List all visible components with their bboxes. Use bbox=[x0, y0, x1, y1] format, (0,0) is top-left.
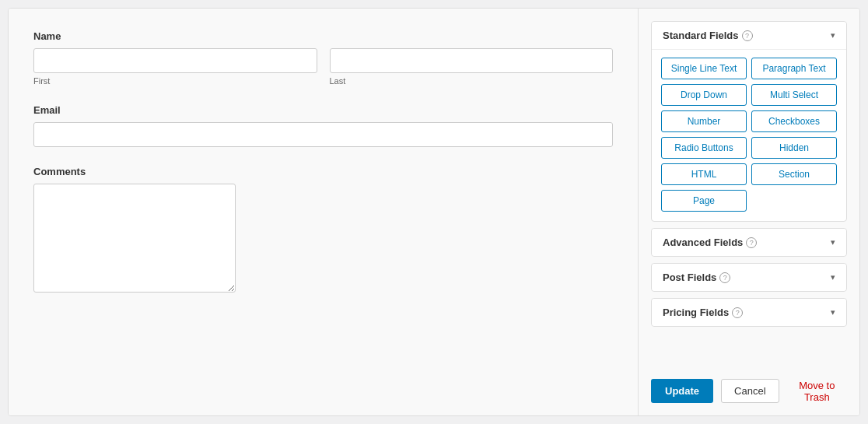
name-field-group: Name First Last bbox=[33, 30, 613, 86]
cancel-button[interactable]: Cancel bbox=[721, 379, 779, 403]
form-panel: Name First Last Email Comments bbox=[9, 9, 638, 415]
post-fields-header[interactable]: Post Fields ? ▾ bbox=[652, 264, 846, 291]
btn-radio-buttons[interactable]: Radio Buttons bbox=[661, 137, 747, 159]
post-fields-header-left: Post Fields ? bbox=[663, 272, 730, 283]
pricing-fields-section: Pricing Fields ? ▾ bbox=[651, 298, 847, 327]
main-container: Name First Last Email Comments bbox=[8, 8, 860, 416]
advanced-fields-chevron: ▾ bbox=[831, 237, 835, 247]
last-name-sublabel: Last bbox=[330, 76, 614, 86]
standard-fields-header[interactable]: Standard Fields ? ▾ bbox=[652, 22, 846, 49]
email-label: Email bbox=[33, 104, 613, 116]
name-label: Name bbox=[33, 30, 613, 42]
standard-fields-section: Standard Fields ? ▾ Single Line Text Par… bbox=[651, 21, 847, 222]
pricing-fields-chevron: ▾ bbox=[831, 307, 835, 317]
btn-hidden[interactable]: Hidden bbox=[751, 137, 837, 159]
first-name-input[interactable] bbox=[33, 48, 317, 73]
post-fields-chevron: ▾ bbox=[831, 272, 835, 282]
email-field-group: Email bbox=[33, 104, 613, 147]
email-input[interactable] bbox=[33, 122, 613, 147]
btn-paragraph-text[interactable]: Paragraph Text bbox=[751, 58, 837, 79]
post-fields-title: Post Fields bbox=[663, 272, 716, 283]
post-fields-help-icon[interactable]: ? bbox=[719, 272, 730, 283]
first-name-field: First bbox=[33, 48, 317, 86]
post-fields-section: Post Fields ? ▾ bbox=[651, 263, 847, 292]
comments-label: Comments bbox=[33, 166, 613, 177]
pricing-fields-header-left: Pricing Fields ? bbox=[663, 307, 743, 318]
advanced-fields-help-icon[interactable]: ? bbox=[746, 237, 757, 248]
advanced-fields-header[interactable]: Advanced Fields ? ▾ bbox=[652, 229, 846, 256]
standard-fields-help-icon[interactable]: ? bbox=[742, 30, 753, 41]
standard-fields-title: Standard Fields bbox=[663, 30, 739, 41]
last-name-field: Last bbox=[330, 48, 614, 86]
standard-fields-chevron: ▾ bbox=[831, 30, 835, 40]
pricing-fields-help-icon[interactable]: ? bbox=[732, 307, 743, 318]
update-button[interactable]: Update bbox=[651, 379, 713, 403]
advanced-fields-header-left: Advanced Fields ? bbox=[663, 237, 757, 248]
btn-number[interactable]: Number bbox=[661, 110, 747, 132]
sidebar-panel: Standard Fields ? ▾ Single Line Text Par… bbox=[638, 9, 859, 415]
footer-actions: Update Cancel Move to Trash bbox=[651, 373, 847, 403]
btn-html[interactable]: HTML bbox=[661, 163, 747, 185]
btn-multi-select[interactable]: Multi Select bbox=[751, 84, 837, 106]
btn-checkboxes[interactable]: Checkboxes bbox=[751, 110, 837, 132]
pricing-fields-header[interactable]: Pricing Fields ? ▾ bbox=[652, 299, 846, 326]
standard-fields-body: Single Line Text Paragraph Text Drop Dow… bbox=[652, 49, 846, 221]
pricing-fields-title: Pricing Fields bbox=[663, 307, 729, 318]
advanced-fields-section: Advanced Fields ? ▾ bbox=[651, 228, 847, 257]
btn-page[interactable]: Page bbox=[661, 190, 747, 212]
name-row: First Last bbox=[33, 48, 613, 86]
move-to-trash-button[interactable]: Move to Trash bbox=[787, 380, 847, 403]
comments-textarea[interactable] bbox=[33, 184, 236, 293]
advanced-fields-title: Advanced Fields bbox=[663, 237, 743, 248]
comments-field-group: Comments bbox=[33, 166, 613, 296]
last-name-input[interactable] bbox=[330, 48, 614, 73]
btn-section[interactable]: Section bbox=[751, 163, 837, 185]
btn-drop-down[interactable]: Drop Down bbox=[661, 84, 747, 106]
first-name-sublabel: First bbox=[33, 76, 317, 86]
btn-single-line-text[interactable]: Single Line Text bbox=[661, 58, 747, 79]
standard-fields-grid: Single Line Text Paragraph Text Drop Dow… bbox=[661, 58, 837, 212]
standard-fields-header-left: Standard Fields ? bbox=[663, 30, 753, 41]
